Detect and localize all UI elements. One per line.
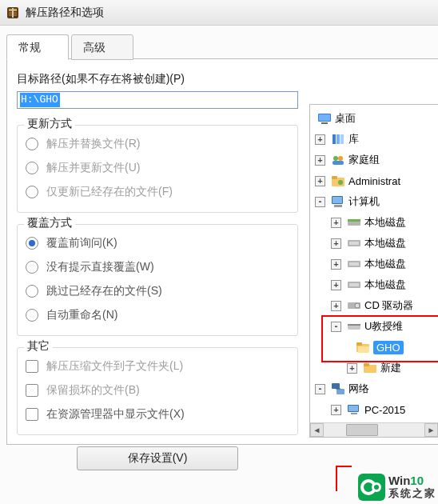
tab-advanced[interactable]: 高级 (71, 34, 133, 60)
scroll-right-arrow-icon[interactable]: ► (424, 423, 438, 437)
opt-extract-subfolder[interactable]: 解压压缩文件到子文件夹(L) (26, 354, 289, 378)
svg-point-12 (338, 156, 343, 161)
expander-icon[interactable]: + (331, 280, 341, 290)
svg-rect-33 (356, 342, 362, 346)
tree-label: 本地磁盘 (364, 257, 406, 271)
tree-label: 本地磁盘 (364, 236, 406, 250)
expander-icon[interactable]: + (315, 155, 325, 166)
watermark-10: 10 (410, 474, 424, 487)
tree-node-libraries[interactable]: + 库 (310, 129, 438, 150)
watermark: Win10 系统之家 (358, 474, 436, 501)
svg-rect-41 (348, 406, 358, 411)
tree-node-u-drive[interactable]: - U教授维 (310, 316, 438, 337)
opt-show-in-explorer[interactable]: 在资源管理器中显示文件(X) (26, 402, 289, 426)
drive-icon (347, 278, 361, 292)
svg-rect-42 (351, 413, 357, 414)
opt-freshen-existing[interactable]: 仅更新已经存在的文件(F) (26, 180, 289, 204)
opt-label: 自动重命名(N) (46, 308, 117, 322)
highlight-annotation-corner (336, 466, 352, 491)
expander-minus-icon[interactable]: - (331, 322, 341, 332)
path-value-selected: H:\GHO (20, 93, 60, 107)
expander-icon[interactable]: + (331, 218, 341, 228)
user-folder-icon (331, 174, 345, 188)
opt-label: 覆盖前询问(K) (46, 236, 117, 250)
scrollbar-track[interactable] (324, 423, 424, 437)
opt-auto-rename[interactable]: 自动重命名(N) (26, 303, 289, 327)
opt-keep-broken[interactable]: 保留损坏的文件(B) (26, 378, 289, 402)
group-overwrite-mode: 覆盖方式 覆盖前询问(K) 没有提示直接覆盖(W) 跳过已经存在的文件(S) 自… (17, 224, 298, 336)
checkbox-icon (26, 384, 38, 397)
watermark-subtitle: 系统之家 (388, 487, 436, 500)
tree-node-local-disk[interactable]: + 本地磁盘 (310, 212, 438, 233)
svg-point-16 (338, 180, 343, 185)
svg-rect-27 (349, 283, 359, 286)
tree-node-desktop[interactable]: 桌面 (310, 108, 438, 129)
svg-rect-23 (349, 242, 359, 245)
watermark-win: Win (388, 474, 410, 487)
tree-node-pc[interactable]: + PC-2015 (310, 399, 438, 420)
expander-icon[interactable]: + (315, 134, 325, 145)
tree-label: 本地磁盘 (364, 278, 406, 292)
expander-icon[interactable]: + (331, 259, 341, 270)
opt-label: 没有提示直接覆盖(W) (46, 260, 154, 274)
scroll-left-arrow-icon[interactable]: ◄ (310, 423, 324, 437)
svg-rect-31 (348, 324, 360, 326)
opt-extract-replace[interactable]: 解压并替换文件(R) (26, 132, 289, 156)
scrollbar-thumb[interactable] (346, 424, 378, 436)
opt-skip-existing[interactable]: 跳过已经存在的文件(S) (26, 279, 289, 303)
folder-icon (363, 361, 377, 375)
tree-node-local-disk[interactable]: + 本地磁盘 (310, 274, 438, 295)
expander-icon[interactable]: + (347, 363, 357, 374)
destination-path-input[interactable]: H:\GHO (17, 91, 298, 109)
expander-minus-icon[interactable]: - (315, 197, 325, 207)
folder-tree[interactable]: 桌面 + 库 + 家庭组 + (310, 105, 438, 422)
opt-extract-update[interactable]: 解压并更新文件(U) (26, 156, 289, 180)
svg-rect-15 (332, 176, 337, 179)
desktop-icon (317, 111, 332, 126)
expander-icon[interactable]: + (331, 238, 341, 249)
tree-node-network[interactable]: - 网络 (310, 378, 438, 399)
tree-label: 计算机 (348, 194, 380, 209)
radio-icon (26, 261, 38, 274)
removable-drive-icon (347, 319, 361, 334)
tree-node-cd-drive[interactable]: + CD 驱动器 (310, 295, 438, 316)
expander-icon[interactable]: + (331, 405, 341, 415)
save-settings-button[interactable]: 保存设置(V) (77, 446, 238, 470)
svg-rect-21 (348, 219, 360, 222)
tree-node-gho-folder[interactable]: GHO (310, 337, 438, 358)
watermark-logo-icon (358, 474, 385, 501)
svg-rect-13 (332, 161, 344, 165)
svg-rect-18 (332, 197, 342, 203)
tab-general[interactable]: 常规 (6, 34, 69, 60)
tree-node-new-folder[interactable]: + 新建 (310, 358, 438, 378)
left-column: 目标路径(如果不存在将被创建)(P) H:\GHO 更新方式 解压并替换文件(R… (17, 72, 298, 470)
horizontal-scrollbar[interactable]: ◄ ► (310, 422, 438, 437)
tree-node-computer[interactable]: - 计算机 (310, 191, 438, 212)
svg-rect-25 (349, 262, 359, 266)
opt-label: 保留损坏的文件(B) (46, 383, 140, 398)
tree-node-admin[interactable]: + Administrat (310, 170, 438, 191)
svg-rect-19 (334, 205, 342, 207)
tree-node-local-disk[interactable]: + 本地磁盘 (310, 233, 438, 254)
expander-icon[interactable]: + (315, 176, 325, 186)
svg-rect-37 (332, 383, 340, 389)
expander-minus-icon[interactable]: - (315, 384, 325, 394)
tree-label: Administrat (348, 175, 400, 187)
opt-label: 跳过已经存在的文件(S) (46, 284, 162, 298)
tree-label: CD 驱动器 (364, 298, 413, 313)
opt-ask-before-overwrite[interactable]: 覆盖前询问(K) (26, 231, 289, 255)
opt-overwrite-silent[interactable]: 没有提示直接覆盖(W) (26, 255, 289, 279)
tree-node-local-disk[interactable]: + 本地磁盘 (310, 254, 438, 274)
radio-icon (26, 237, 38, 250)
tree-node-homegroup[interactable]: + 家庭组 (310, 150, 438, 170)
expander-icon[interactable]: + (331, 301, 341, 311)
svg-rect-7 (321, 122, 328, 124)
tab-strip: 常规 高级 (6, 34, 438, 59)
drive-icon (347, 236, 361, 250)
svg-rect-34 (358, 346, 369, 353)
folder-open-icon (356, 340, 370, 354)
checkbox-icon (26, 408, 38, 421)
radio-icon (26, 138, 38, 150)
tree-label: 新建 (380, 361, 401, 375)
opt-label: 在资源管理器中显示文件(X) (46, 407, 185, 422)
